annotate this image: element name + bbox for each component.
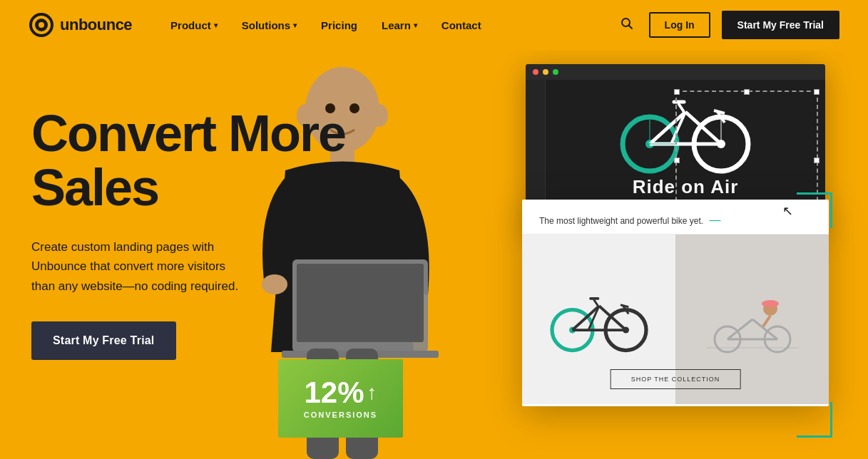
- svg-line-15: [678, 103, 684, 112]
- conversion-label: CONVERSIONS: [304, 411, 377, 419]
- teal-corner-top-right: [797, 192, 832, 228]
- nav-contact-label: Contact: [441, 19, 481, 31]
- conversion-up-arrow: ↑: [367, 381, 377, 404]
- bike-svg-teal: [614, 83, 757, 176]
- search-button[interactable]: [616, 13, 638, 38]
- hero-trial-button[interactable]: Start My Free Trial: [31, 321, 176, 360]
- svg-point-2: [39, 22, 44, 28]
- window-minimize-dot: [543, 69, 548, 75]
- nav-contact[interactable]: Contact: [432, 14, 491, 37]
- nav-solutions[interactable]: Solutions ▾: [232, 14, 307, 37]
- login-button[interactable]: Log In: [649, 12, 710, 38]
- conversion-number: 12%: [304, 378, 364, 408]
- mockup-dash: —: [710, 214, 721, 226]
- nav-solutions-label: Solutions: [242, 19, 290, 31]
- editor-titlebar: [526, 64, 825, 80]
- window-maximize-dot: [553, 69, 558, 75]
- svg-line-30: [621, 305, 628, 307]
- bike-landing-headline: Ride on Air: [633, 176, 739, 198]
- svg-line-31: [593, 299, 598, 306]
- navigation: unbounce Product ▾ Solutions ▾ Pricing L…: [0, 0, 868, 50]
- hero-subtext: Create custom landing pages with Unbounc…: [31, 237, 245, 296]
- hero-headline: Convert More Sales: [31, 107, 345, 215]
- nav-learn[interactable]: Learn ▾: [372, 14, 427, 37]
- nav-trial-button[interactable]: Start My Free Trial: [722, 11, 839, 39]
- hero-section: Convert More Sales Create custom landing…: [0, 50, 868, 459]
- nav-pricing[interactable]: Pricing: [311, 14, 367, 37]
- svg-point-52: [371, 104, 388, 127]
- nav-product[interactable]: Product ▾: [160, 14, 228, 37]
- chevron-down-icon: ▾: [414, 21, 417, 29]
- nav-right: Log In Start My Free Trial: [616, 11, 839, 39]
- cursor-icon: ↖: [782, 203, 793, 219]
- hero-text-block: Convert More Sales Create custom landing…: [31, 107, 345, 360]
- window-close-dot: [533, 69, 538, 75]
- svg-line-40: [763, 316, 770, 326]
- logo-text: unbounce: [60, 16, 132, 34]
- logo[interactable]: unbounce: [29, 12, 132, 38]
- nav-links: Product ▾ Solutions ▾ Pricing Learn ▾ Co…: [160, 14, 616, 37]
- shop-collection-btn-white[interactable]: SHOP THE COLLECTION: [611, 369, 741, 389]
- chevron-down-icon: ▾: [214, 21, 218, 29]
- chevron-down-icon: ▾: [293, 21, 297, 29]
- bike-svg-dark: [546, 280, 653, 359]
- white-landing-mockup: The most lightweight and powerful bike y…: [522, 200, 829, 406]
- conversion-box: 12% ↑ CONVERSIONS: [278, 359, 403, 438]
- search-icon: [621, 17, 633, 30]
- nav-learn-label: Learn: [382, 19, 411, 31]
- nav-pricing-label: Pricing: [321, 19, 357, 31]
- svg-point-41: [762, 300, 779, 307]
- conversion-stat: 12% ↑: [304, 378, 377, 408]
- hero-headline-line2: Sales: [31, 159, 158, 216]
- person-bike-svg: [706, 284, 799, 355]
- svg-line-14: [714, 110, 725, 113]
- teal-corner-bottom-right: [797, 402, 832, 438]
- svg-line-4: [628, 25, 632, 29]
- nav-product-label: Product: [170, 19, 211, 31]
- unbounce-logo-icon: [29, 12, 54, 38]
- svg-point-54: [349, 103, 359, 113]
- mockup-tagline: The most lightweight and powerful bike y…: [539, 216, 703, 226]
- hero-headline-line1: Convert More: [31, 105, 345, 162]
